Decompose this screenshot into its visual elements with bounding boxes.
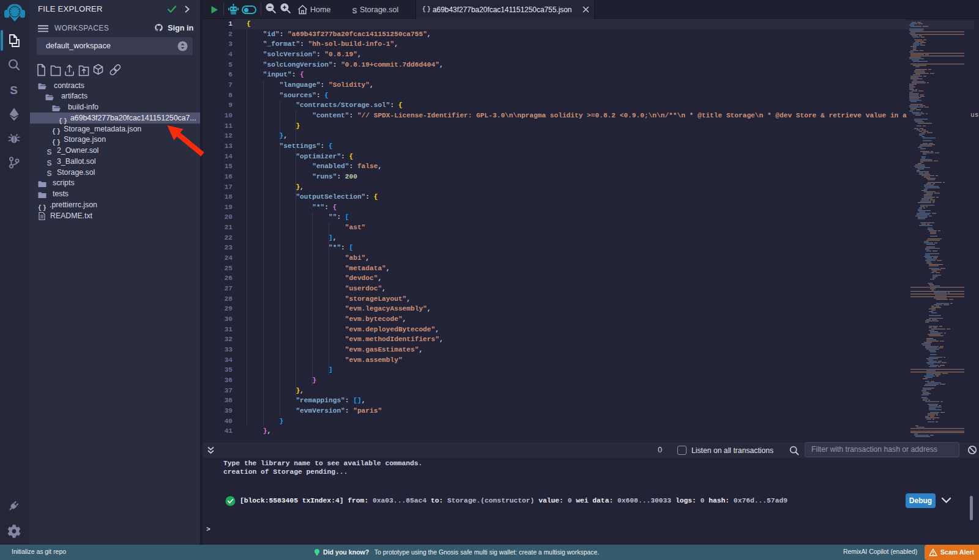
svg-text:S: S [47,158,52,166]
svg-text:S: S [10,84,18,97]
svg-text:S: S [47,147,52,155]
svg-text:S: S [47,169,52,177]
svg-text:S: S [352,6,357,14]
